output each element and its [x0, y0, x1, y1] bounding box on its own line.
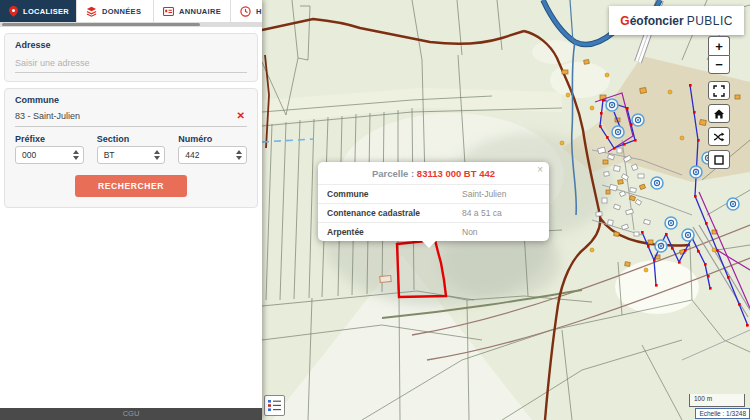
popup-row-commune: Commune Saint-Julien [318, 184, 549, 203]
swap-arrows-icon [713, 131, 725, 143]
survey-marker-icon[interactable] [656, 182, 658, 184]
survey-marker-icon[interactable] [732, 203, 734, 205]
popup-title: Parcelle : 83113 000 BT 442 [318, 162, 549, 184]
tab-label: LOCALISER [23, 7, 69, 16]
section-value: BT [104, 150, 115, 160]
survey-marker-icon[interactable] [695, 171, 697, 173]
section-select[interactable]: BT [97, 146, 166, 164]
survey-marker-icon[interactable] [637, 119, 639, 121]
popup-row-label: Arpentée [327, 227, 462, 237]
popup-row-value: 84 a 51 ca [462, 208, 502, 218]
section-label: Section [97, 134, 166, 144]
parcel-selectors: Préfixe 000 Section BT Numéro [15, 134, 247, 164]
numero-label: Numéro [178, 134, 247, 144]
zoom-in-button[interactable]: + [708, 36, 730, 55]
tab-scrollbar-thumb[interactable] [2, 23, 200, 26]
tab-label: ANNUAIRE [179, 7, 221, 16]
survey-marker-icon[interactable] [670, 222, 672, 224]
sidebar: LOCALISER DONNÉES ANNUAIRE [0, 0, 262, 420]
brand-suffix: PUBLIC [687, 14, 733, 28]
tab-historique[interactable]: HISTORIQUE [231, 0, 262, 22]
tab-label: HISTORIQUE [256, 7, 262, 16]
popup-row-label: Contenance cadastrale [327, 208, 462, 218]
prefix-select[interactable]: 000 [15, 146, 84, 164]
commune-value: 83 - Saint-Julien [15, 111, 80, 121]
commune-panel: Commune 83 - Saint-Julien ✕ Préfixe 000 … [4, 88, 258, 208]
popup-title-label: Parcelle : [372, 168, 414, 179]
popup-title-value: 83113 000 BT 442 [417, 168, 495, 179]
stepper-icon [236, 150, 242, 160]
commune-value-row: 83 - Saint-Julien ✕ [15, 107, 247, 127]
search-button[interactable]: RECHERCHER [75, 175, 187, 197]
home-icon [713, 108, 725, 120]
tab-label: DONNÉES [102, 7, 141, 16]
brand-g: G [620, 14, 629, 28]
tab-annuaire[interactable]: ANNUAIRE [154, 0, 231, 22]
extent-square-icon [713, 154, 725, 166]
layers-icon [86, 6, 97, 17]
directory-card-icon [163, 6, 174, 17]
brand-name: éofoncier [630, 14, 684, 28]
numero-select[interactable]: 442 [178, 146, 247, 164]
extent-button[interactable] [708, 150, 730, 169]
commune-label: Commune [15, 95, 247, 105]
address-input[interactable] [15, 55, 247, 73]
address-label: Adresse [15, 40, 247, 50]
address-panel: Adresse [4, 33, 258, 82]
popup-row-label: Commune [327, 189, 462, 199]
scale-bar: 100 m [689, 394, 745, 407]
legend-button[interactable] [264, 395, 285, 416]
map-controls: + − [708, 36, 730, 173]
brand-logo: GéofoncierPUBLIC [609, 6, 744, 35]
popup-row-arpentee: Arpentée Non [318, 222, 549, 241]
tab-bar: LOCALISER DONNÉES ANNUAIRE [0, 0, 262, 22]
legend-list-icon [267, 398, 282, 413]
outbuilding [380, 275, 391, 282]
numero-value: 442 [185, 150, 199, 160]
survey-marker-icon[interactable] [660, 245, 662, 247]
stepper-icon [73, 150, 79, 160]
popup-row-contenance: Contenance cadastrale 84 a 51 ca [318, 203, 549, 222]
parcel-info-popup: × Parcelle : 83113 000 BT 442 Commune Sa… [318, 162, 549, 241]
swap-layers-button[interactable] [708, 127, 730, 146]
zoom-out-button[interactable]: − [708, 55, 730, 74]
scale-ratio-label: Echelle : 1/3248 [695, 408, 750, 419]
fullscreen-icon [713, 85, 725, 97]
popup-close-icon[interactable]: × [537, 165, 543, 175]
survey-marker-icon[interactable] [617, 131, 619, 133]
popup-anchor-arrow [421, 240, 437, 248]
home-button[interactable] [708, 104, 730, 123]
survey-marker-icon[interactable] [687, 234, 689, 236]
tab-localiser[interactable]: LOCALISER [0, 0, 77, 22]
fullscreen-button[interactable] [708, 81, 730, 100]
cgu-link[interactable]: CGU [0, 408, 262, 420]
stepper-icon [154, 150, 160, 160]
prefix-value: 000 [22, 150, 36, 160]
popup-row-value: Non [462, 227, 478, 237]
tab-scrollbar[interactable] [0, 22, 262, 27]
map-pin-icon [9, 6, 18, 17]
map-canvas[interactable]: GéofoncierPUBLIC + − [262, 0, 750, 420]
geofoncier-app: GéofoncierPUBLIC + − [0, 0, 750, 420]
survey-marker-icon[interactable] [611, 104, 613, 106]
clear-commune-icon[interactable]: ✕ [235, 110, 247, 121]
tab-donnees[interactable]: DONNÉES [77, 0, 154, 22]
popup-row-value: Saint-Julien [462, 189, 506, 199]
clock-icon [240, 6, 251, 17]
prefix-label: Préfixe [15, 134, 84, 144]
